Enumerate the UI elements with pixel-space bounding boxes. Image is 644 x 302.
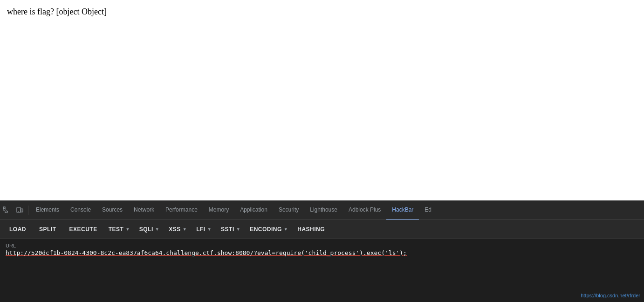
tab-console[interactable]: Console bbox=[65, 201, 96, 220]
tab-ed[interactable]: Ed bbox=[419, 201, 437, 220]
inspect-icon[interactable] bbox=[0, 201, 13, 220]
ssti-dropdown-arrow: ▼ bbox=[236, 227, 240, 232]
url-value[interactable]: http://520dcf1b-0824-4300-8c2c-ea837af6c… bbox=[6, 249, 638, 256]
lfi-dropdown-arrow: ▼ bbox=[207, 227, 212, 232]
xss-dropdown[interactable]: XSS ▼ bbox=[165, 223, 191, 236]
tab-application[interactable]: Application bbox=[234, 201, 273, 220]
url-bar: URL http://520dcf1b-0824-4300-8c2c-ea837… bbox=[0, 239, 644, 260]
devtools-panel: Elements Console Sources Network Perform… bbox=[0, 200, 644, 302]
encoding-dropdown-arrow: ▼ bbox=[284, 227, 288, 232]
device-toolbar-icon[interactable] bbox=[13, 201, 26, 220]
tab-hackbar[interactable]: HackBar bbox=[386, 201, 419, 220]
svg-rect-2 bbox=[21, 209, 23, 212]
devtools-tabs-bar: Elements Console Sources Network Perform… bbox=[0, 201, 644, 220]
tab-performance[interactable]: Performance bbox=[160, 201, 203, 220]
split-button[interactable]: SPLIT bbox=[34, 223, 62, 236]
url-label: URL bbox=[6, 243, 638, 248]
lfi-dropdown[interactable]: LFI ▼ bbox=[192, 223, 215, 236]
tab-lighthouse[interactable]: Lighthouse bbox=[304, 201, 343, 220]
tab-security[interactable]: Security bbox=[273, 201, 304, 220]
tab-separator bbox=[28, 206, 28, 215]
page-text: where is flag? [object Object] bbox=[7, 7, 637, 17]
tab-elements[interactable]: Elements bbox=[30, 201, 65, 220]
page-content: where is flag? [object Object] bbox=[0, 0, 644, 200]
xss-dropdown-arrow: ▼ bbox=[183, 227, 187, 232]
watermark: https://blog.csdn.net/rfrder bbox=[581, 293, 640, 298]
test-dropdown-arrow: ▼ bbox=[125, 227, 130, 232]
ssti-dropdown[interactable]: SSTI ▼ bbox=[217, 223, 244, 236]
tab-memory[interactable]: Memory bbox=[203, 201, 234, 220]
load-button[interactable]: LOAD bbox=[4, 223, 32, 236]
tab-sources[interactable]: Sources bbox=[96, 201, 128, 220]
test-dropdown[interactable]: TEST ▼ bbox=[105, 223, 134, 236]
hackbar-toolbar: LOAD SPLIT EXECUTE TEST ▼ SQLI ▼ XSS ▼ L… bbox=[0, 220, 644, 239]
tab-adblock-plus[interactable]: Adblock Plus bbox=[343, 201, 386, 220]
sqli-dropdown[interactable]: SQLI ▼ bbox=[136, 223, 163, 236]
hashing-dropdown[interactable]: HASHING bbox=[294, 223, 329, 236]
execute-button[interactable]: EXECUTE bbox=[64, 223, 103, 236]
sqli-dropdown-arrow: ▼ bbox=[155, 227, 159, 232]
encoding-dropdown[interactable]: ENCODING ▼ bbox=[246, 223, 292, 236]
tab-network[interactable]: Network bbox=[128, 201, 160, 220]
